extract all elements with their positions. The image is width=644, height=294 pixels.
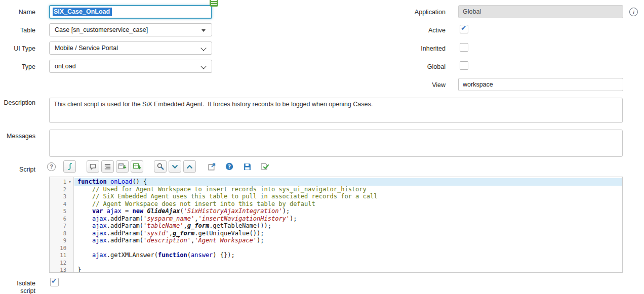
question-circle-icon: ?	[225, 162, 234, 171]
line-number[interactable]: 5	[50, 207, 73, 215]
view-label: View	[349, 81, 446, 89]
find-next-button[interactable]	[169, 160, 181, 173]
record-table-icon[interactable]	[209, 0, 219, 9]
name-label: Name	[0, 9, 35, 16]
comment-icon	[89, 163, 97, 171]
chevron-down-icon	[200, 63, 206, 69]
code-line[interactable]: // Used for Agent Workspace to insert re…	[77, 186, 622, 193]
script-editor[interactable]: 1▾2345678910111213 function onLoad() { /…	[49, 177, 623, 273]
syntax-editor-toggle-button[interactable]	[63, 160, 76, 173]
global-checkbox[interactable]	[460, 61, 468, 70]
ui-type-select[interactable]: Mobile / Service Portal	[49, 41, 212, 55]
line-number[interactable]: 10	[50, 244, 73, 252]
application-field: Global	[458, 5, 623, 18]
type-select-value: onLoad	[55, 63, 76, 70]
line-number[interactable]: 13	[50, 266, 73, 273]
search-icon	[156, 162, 165, 171]
line-number[interactable]: 2	[50, 186, 73, 193]
table-download-icon	[133, 162, 141, 171]
save-disk-icon	[243, 162, 252, 171]
svg-text:?: ?	[228, 163, 231, 170]
script-label: Script	[0, 166, 35, 174]
code-line[interactable]: // SiX Embedded Agent uses this table to…	[77, 193, 622, 200]
info-icon[interactable]	[629, 8, 638, 16]
line-number[interactable]: 3	[50, 193, 73, 200]
open-in-new-icon	[208, 162, 216, 171]
line-number[interactable]: 9	[50, 237, 73, 244]
inherited-label: Inherited	[349, 45, 446, 53]
line-number[interactable]: 4	[50, 200, 73, 208]
global-label: Global	[349, 63, 446, 71]
ui-type-label: UI Type	[0, 45, 35, 53]
type-select[interactable]: onLoad	[49, 60, 212, 73]
format-code-button[interactable]	[101, 160, 114, 173]
client-script-form: Name Table UI Type Type Description Mess…	[0, 0, 644, 294]
fold-arrow-icon[interactable]: ▾	[66, 179, 73, 184]
line-number[interactable]: 6	[50, 215, 73, 223]
table-select-value: Case [sn_customerservice_case]	[55, 26, 148, 33]
line-number[interactable]: 11	[50, 251, 73, 259]
chevron-down-icon	[171, 163, 179, 171]
syntax-check-button[interactable]	[260, 160, 270, 173]
insert-snippet-button[interactable]	[131, 160, 143, 173]
messages-label: Messages	[0, 133, 35, 140]
api-reference-button[interactable]: ?	[224, 160, 234, 173]
isolate-script-checkbox[interactable]	[50, 278, 59, 286]
syntax-editor-toggle-icon	[66, 162, 74, 171]
active-label: Active	[349, 27, 446, 34]
code-line[interactable]	[77, 259, 622, 267]
save-snippet-button[interactable]	[116, 160, 129, 173]
code-line[interactable]: ajax.addParam('description','Agent Works…	[77, 237, 622, 244]
application-value: Global	[463, 8, 481, 15]
active-checkbox[interactable]	[460, 25, 468, 33]
save-download-icon	[118, 162, 127, 171]
view-input[interactable]	[458, 78, 623, 91]
line-number[interactable]: 7	[50, 222, 73, 230]
search-button[interactable]	[154, 160, 167, 173]
comment-code-button[interactable]	[87, 160, 99, 173]
open-full-editor-button[interactable]	[207, 160, 217, 173]
script-toolbar: ?	[47, 160, 270, 173]
editor-code[interactable]: function onLoad() { // Used for Agent Wo…	[74, 177, 622, 273]
code-line[interactable]: ajax.addParam('sysparm_name','insertNavi…	[77, 215, 622, 223]
code-line[interactable]: var ajax = new GlideAjax('SixHistoryAjax…	[77, 207, 622, 215]
code-line[interactable]: ajax.getXMLAnswer(function(answer) {});	[77, 251, 622, 259]
name-input[interactable]: SiX_Case_OnLoad	[49, 5, 212, 19]
format-lines-icon	[104, 163, 111, 171]
code-line[interactable]: // Agent Workspace does not insert into …	[77, 200, 622, 208]
messages-textarea[interactable]	[49, 130, 623, 157]
name-value: SiX_Case_OnLoad	[53, 8, 112, 16]
line-number[interactable]: 8	[50, 230, 73, 237]
check-disk-icon	[260, 162, 269, 171]
help-icon[interactable]	[47, 162, 56, 171]
isolate-script-label: Isolate script	[0, 280, 35, 294]
find-previous-button[interactable]	[183, 160, 196, 173]
chevron-up-icon	[186, 163, 193, 171]
inherited-checkbox[interactable]	[460, 43, 468, 52]
description-label: Description	[0, 99, 35, 107]
code-line[interactable]: }	[77, 266, 622, 273]
chevron-down-icon	[200, 45, 206, 51]
editor-gutter: 1▾2345678910111213	[50, 177, 74, 272]
table-label: Table	[0, 27, 35, 34]
code-line[interactable]	[77, 244, 622, 252]
line-number[interactable]: 12	[50, 259, 73, 267]
code-line[interactable]: ajax.addParam('tableName',g_form.getTabl…	[77, 222, 622, 230]
ui-type-select-value: Mobile / Service Portal	[55, 45, 118, 52]
description-textarea[interactable]: This client script is used for the SiX E…	[49, 98, 623, 123]
code-line[interactable]: function onLoad() {	[74, 178, 622, 186]
code-line[interactable]: ajax.addParam('sysId',g_form.getUniqueVa…	[77, 230, 622, 237]
application-label: Application	[349, 9, 446, 16]
line-number[interactable]: 1▾	[50, 178, 73, 186]
dropdown-arrow-icon	[202, 29, 206, 32]
type-label: Type	[0, 63, 35, 71]
table-select[interactable]: Case [sn_customerservice_case]	[49, 23, 212, 36]
save-script-button[interactable]	[242, 160, 252, 173]
